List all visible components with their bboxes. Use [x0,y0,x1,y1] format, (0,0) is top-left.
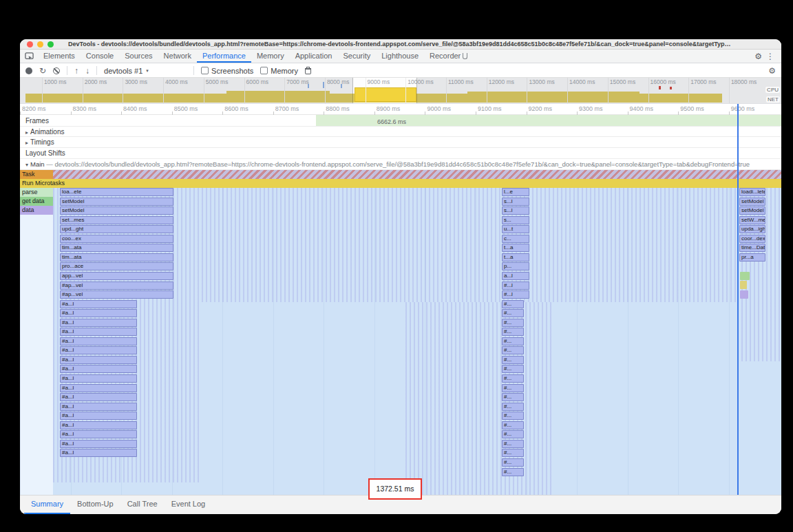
tab-memory[interactable]: Memory [251,50,290,63]
flame-event-bar[interactable]: setModel [60,206,173,215]
screenshots-checkbox[interactable]: Screenshots [201,67,253,75]
tab-console[interactable]: Console [81,50,119,63]
selection-time-marker[interactable] [737,104,739,495]
lane-label-data[interactable]: data [20,206,53,215]
flame-event-bar[interactable]: #a...l [60,440,137,448]
flame-event-bar[interactable]: s...l [502,206,529,215]
flame-event-bar[interactable]: t...a [502,244,529,252]
flame-event-bar[interactable]: time...Data [739,244,765,252]
flame-event-bar[interactable]: #a...l [60,365,137,373]
flame-event-bar[interactable]: setModel [739,198,765,206]
tab-application[interactable]: Application [290,50,338,63]
flame-event-bar[interactable]: #a...l [60,309,137,317]
flame-event-bar[interactable]: c... [502,235,529,243]
inspect-icon[interactable] [25,52,34,61]
flame-event-bar[interactable]: #... [502,319,524,327]
flame-event-bar[interactable]: #... [502,365,524,373]
long-task-bar[interactable] [53,170,781,179]
flame-event-bar[interactable]: #... [502,328,524,336]
lane-label-task[interactable]: Task [20,170,53,179]
flame-event-bar[interactable] [740,272,750,280]
timeline-overview[interactable]: 1000 ms2000 ms3000 ms4000 ms5000 ms6000 … [20,78,781,104]
collapsed-triangle-icon[interactable]: ▸ [25,140,28,146]
flame-event-bar[interactable]: s... [502,216,529,224]
bottom-tab-bottom-up[interactable]: Bottom-Up [70,496,120,514]
flame-event-bar[interactable]: #a...l [60,449,137,457]
flame-event-bar[interactable]: pro...ace [60,262,173,270]
load-profile-button[interactable]: ↑ [74,65,78,77]
flame-event-bar[interactable]: tim...ata [60,253,173,262]
flame-event-bar[interactable]: #a...l [60,319,137,327]
flame-event-bar[interactable]: #... [502,430,524,438]
tab-sources[interactable]: Sources [119,50,158,63]
flame-event-bar[interactable]: #ap...vel [60,290,173,299]
track-frames[interactable]: Frames 6662.6 ms [20,115,781,127]
settings-gear-icon[interactable]: ⚙ [754,50,762,63]
capture-settings-gear-icon[interactable]: ⚙ [768,65,776,77]
tab-performance[interactable]: Performance [197,50,251,63]
reload-and-record-button[interactable]: ↻ [39,65,46,77]
track-timings[interactable]: ▸Timings [20,137,781,148]
flame-event-bar[interactable]: #a...l [60,421,137,429]
flame-event-bar[interactable]: #... [502,384,524,392]
flame-event-bar[interactable]: #... [502,440,524,448]
flame-event-bar[interactable]: t...a [502,253,529,262]
bottom-tab-call-tree[interactable]: Call Tree [120,496,165,514]
delete-recording-button[interactable] [305,67,311,74]
flame-event-bar[interactable]: #a...l [60,337,137,345]
flame-event-bar[interactable]: #a...l [60,403,137,411]
flame-event-bar[interactable]: pr...a [739,253,765,262]
flame-event-bar[interactable]: #...l [502,290,529,299]
flame-event-bar[interactable] [740,281,747,289]
flame-ruler[interactable]: 8200 ms8300 ms8400 ms8500 ms8600 ms8700 … [20,104,781,115]
flame-event-bar[interactable]: app...vel [60,272,173,280]
tab-elements[interactable]: Elements [38,50,81,63]
flame-event-bar[interactable]: l...e [502,188,529,196]
bottom-tab-summary[interactable]: Summary [24,496,70,514]
flame-event-bar[interactable]: #... [502,393,524,401]
flame-event-bar[interactable]: u...t [502,225,529,233]
record-button[interactable] [25,67,32,74]
flame-event-bar[interactable]: coo...ex [60,235,173,243]
flame-event-bar[interactable]: upd...ght [60,225,173,233]
flame-event-bar[interactable]: loadi...lete [739,188,765,196]
flame-event-bar[interactable]: #... [502,309,524,317]
flame-event-bar[interactable]: #a...l [60,384,137,392]
flame-event-bar[interactable]: #... [502,412,524,420]
flame-event-bar[interactable]: loa...ete [60,188,173,196]
flame-event-bar[interactable]: #a...l [60,356,137,364]
window-titlebar[interactable]: DevTools - devtools://devtools/bundled/d… [20,39,781,50]
flame-event-bar[interactable]: #a...l [60,412,137,420]
flame-event-bar[interactable]: set...mes [60,216,173,224]
flame-event-bar[interactable]: #... [502,421,524,429]
lane-label-get-data[interactable]: get data [20,197,53,206]
close-window-button[interactable] [27,41,33,47]
zoom-window-button[interactable] [47,41,54,47]
flame-event-bar[interactable]: #a...l [60,374,137,383]
flame-event-bar[interactable]: #... [502,449,524,457]
memory-checkbox[interactable]: Memory [260,67,298,75]
flame-event-bar[interactable]: #a...l [60,346,137,354]
lane-run-microtasks[interactable]: Run Microtasks [20,179,781,188]
tab-network[interactable]: Network [158,50,197,63]
flame-event-bar[interactable]: #... [502,300,524,308]
flame-event-bar[interactable]: s...l [502,198,529,206]
flame-event-bar[interactable]: #ap...vel [60,281,173,290]
track-main[interactable]: ▾Main — devtools://devtools/bundled/devt… [20,159,781,170]
track-animations[interactable]: ▸Animations [20,127,781,137]
flame-event-bar[interactable]: #...l [502,281,529,290]
flame-event-bar[interactable]: #... [502,356,524,364]
flame-event-bar[interactable]: #... [502,403,524,411]
flame-event-bar[interactable]: #a...l [60,300,137,308]
minimize-window-button[interactable] [37,41,43,47]
flame-event-bar[interactable]: setW...mes [739,216,765,224]
more-options-icon[interactable]: ⋮ [766,50,774,63]
clear-button[interactable] [53,67,60,74]
selection-window-left-handle[interactable] [352,78,353,103]
flame-event-bar[interactable]: setModel [739,206,765,215]
bottom-tab-event-log[interactable]: Event Log [165,496,213,514]
flame-event-bar[interactable]: setModel [60,198,173,206]
flame-event-bar[interactable]: a...l [502,272,529,280]
flame-event-bar[interactable]: #a...l [60,430,137,438]
track-layout-shifts[interactable]: Layout Shifts [20,148,781,159]
